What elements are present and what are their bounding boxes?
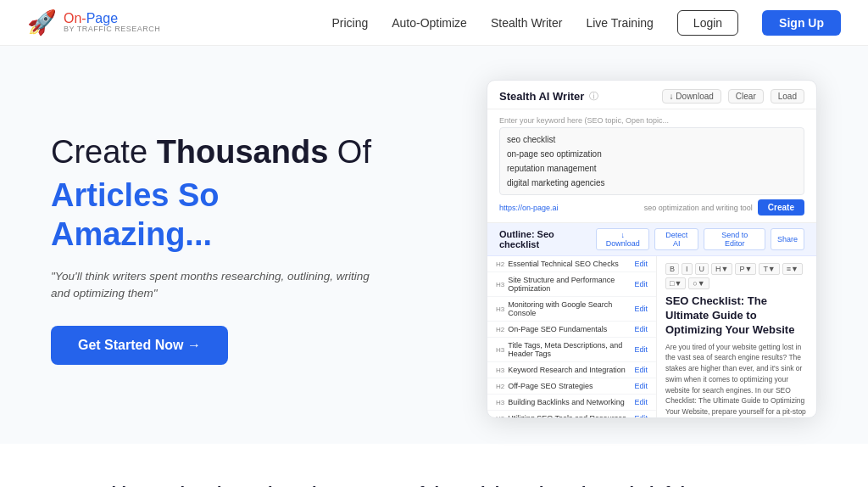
app-title-row: Stealth AI Writer ⓘ — [499, 90, 598, 103]
app-input-area: Enter your keyword here (SEO topic, Open… — [487, 109, 816, 223]
hero-right: Stealth AI Writer ⓘ ↓ Download Clear Loa… — [487, 80, 817, 418]
app-create-btn[interactable]: Create — [758, 199, 804, 216]
list-item: H3 Monitoring with Google Search Console… — [487, 297, 656, 322]
app-info-icon: ⓘ — [589, 90, 598, 103]
fmt-underline[interactable]: U — [695, 263, 709, 275]
app-outline-list: H2 Essential Technical SEO Checks Edit H… — [487, 256, 657, 417]
app-title: Stealth AI Writer — [499, 90, 584, 103]
list-item: H3 Building Backlinks and Networking Edi… — [487, 395, 656, 411]
app-outline-bar: Outline: Seo checklist ↓ Download Detect… — [487, 223, 816, 256]
app-load-btn[interactable]: Load — [771, 89, 804, 104]
logo-text: On-Page By Traffic Research — [64, 11, 160, 34]
fmt-italic[interactable]: I — [682, 263, 693, 275]
hero-quote: "You'll think writers spent months resea… — [51, 268, 373, 303]
app-input-label: Enter your keyword here (SEO topic, Open… — [499, 116, 804, 125]
app-top-bar: Stealth AI Writer ⓘ ↓ Download Clear Loa… — [487, 81, 816, 109]
logo-brand: On-Page — [64, 11, 160, 26]
app-outline-download-btn[interactable]: ↓ Download — [596, 228, 649, 250]
app-outline-title: Outline: Seo checklist — [499, 229, 596, 249]
fmt-bold[interactable]: B — [665, 263, 679, 275]
hero-title-start: Create — [51, 134, 157, 170]
app-download-btn[interactable]: ↓ Download — [662, 89, 721, 104]
get-started-button[interactable]: Get Started Now → — [51, 326, 228, 365]
app-keywords[interactable]: seo checklist on-page seo optimization r… — [499, 127, 804, 195]
logo-sub: By Traffic Research — [64, 25, 160, 34]
signup-button[interactable]: Sign Up — [762, 10, 841, 36]
hero-left: Create Thousands Of Articles So Amazing.… — [51, 133, 373, 365]
hero-title-strong: Thousands — [157, 134, 329, 170]
app-article-title: SEO Checklist: The Ultimate Guide to Opt… — [665, 294, 808, 338]
nav-stealth-writer[interactable]: Stealth Writer — [491, 16, 563, 30]
app-outline-tools: ↓ Download Detect AI Send to Editor Shar… — [596, 228, 804, 250]
hero-subtitle: Articles So Amazing... — [51, 176, 373, 254]
fmt-paragraph[interactable]: P▼ — [735, 263, 756, 275]
nav-pricing[interactable]: Pricing — [331, 16, 368, 30]
list-item: H3 Keyword Research and Integration Edit — [487, 362, 656, 378]
list-item: H3 Utilizing SEO Tools and Resources Edi… — [487, 411, 656, 417]
list-item: H3 Title Tags, Meta Descriptions, and He… — [487, 338, 656, 362]
app-article-body: Are you tired of your website getting lo… — [665, 342, 808, 417]
list-item: H3 Site Structure and Performance Optimi… — [487, 272, 656, 297]
logo-rocket-icon: 🚀 — [27, 8, 57, 36]
lower-title: Stealth AI Writer determines the purpose… — [51, 481, 817, 487]
list-item: H2 On-Page SEO Fundamentals Edit — [487, 322, 656, 338]
app-format-bar: B I U H▼ P▼ T▼ ≡▼ □▼ ○▼ — [665, 263, 808, 289]
app-url-desc: seo optimization and writing tool — [587, 204, 753, 212]
logo-page: Page — [86, 11, 118, 25]
list-item: H2 Essential Technical SEO Checks Edit — [487, 256, 656, 272]
fmt-more[interactable]: ○▼ — [688, 277, 709, 289]
fmt-block[interactable]: □▼ — [665, 277, 686, 289]
app-two-col: H2 Essential Technical SEO Checks Edit H… — [487, 256, 816, 417]
lower-section: Stealth AI Writer determines the purpose… — [0, 444, 868, 487]
list-item: H2 Off-Page SEO Strategies Edit — [487, 378, 656, 395]
fmt-list[interactable]: ≡▼ — [782, 263, 803, 275]
logo-on: On — [64, 11, 81, 25]
app-screenshot: Stealth AI Writer ⓘ ↓ Download Clear Loa… — [487, 80, 817, 418]
nav-auto-optimize[interactable]: Auto-Optimize — [392, 16, 467, 30]
hero-title-end: Of — [328, 134, 371, 170]
app-editor-area: B I U H▼ P▼ T▼ ≡▼ □▼ ○▼ SEO Checklist: T… — [657, 256, 816, 417]
app-url-row: https://on-page.ai seo optimization and … — [499, 199, 804, 216]
app-outline-editor-btn[interactable]: Send to Editor — [704, 228, 765, 250]
app-clear-btn[interactable]: Clear — [728, 89, 764, 104]
header: 🚀 On-Page By Traffic Research Pricing Au… — [0, 0, 868, 46]
app-toolbar: ↓ Download Clear Load — [662, 89, 804, 104]
fmt-text[interactable]: T▼ — [759, 263, 779, 275]
logo: 🚀 On-Page By Traffic Research — [27, 8, 160, 36]
login-button[interactable]: Login — [677, 10, 738, 36]
app-outline-detect-btn[interactable]: Detect AI — [654, 228, 698, 250]
main-nav: Pricing Auto-Optimize Stealth Writer Liv… — [331, 10, 841, 36]
hero-title: Create Thousands Of — [51, 133, 373, 172]
fmt-heading[interactable]: H▼ — [711, 263, 732, 275]
nav-live-training[interactable]: Live Training — [586, 16, 653, 30]
app-outline-share-btn[interactable]: Share — [771, 228, 804, 250]
hero-section: Create Thousands Of Articles So Amazing.… — [0, 46, 868, 444]
app-url: https://on-page.ai — [499, 204, 582, 212]
